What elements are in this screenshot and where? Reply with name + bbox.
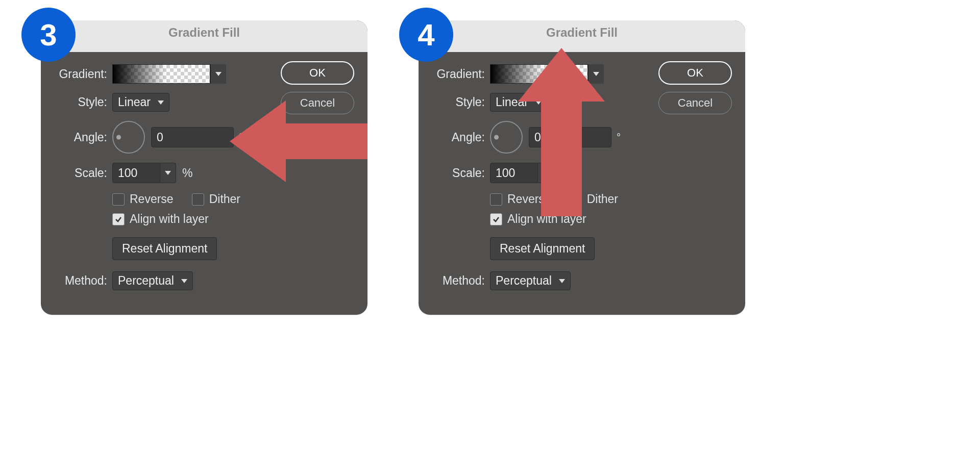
cancel-button[interactable]: Cancel <box>658 92 732 114</box>
reset-alignment-button[interactable]: Reset Alignment <box>490 237 595 260</box>
chevron-down-icon <box>215 72 222 76</box>
ok-button[interactable]: OK <box>281 61 354 85</box>
reverse-checkbox[interactable] <box>490 193 502 206</box>
annotation-arrow-left <box>230 100 368 182</box>
method-label: Method: <box>430 274 485 288</box>
dialog-title: Gradient Fill <box>41 20 368 52</box>
annotation-arrow-up <box>518 48 605 216</box>
method-value: Perceptual <box>118 274 174 288</box>
angle-label: Angle: <box>430 131 485 144</box>
style-label: Style: <box>430 95 485 109</box>
angle-dial[interactable] <box>112 121 145 154</box>
scale-dropdown[interactable] <box>160 163 176 183</box>
angle-input[interactable]: 0 <box>151 127 234 147</box>
gradient-label: Gradient: <box>430 67 485 81</box>
scale-label: Scale: <box>52 166 107 180</box>
style-value: Linear <box>118 95 151 109</box>
align-with-layer-checkbox[interactable] <box>112 213 125 225</box>
scale-label: Scale: <box>430 166 485 180</box>
step-badge: 3 <box>21 8 76 62</box>
chevron-down-icon <box>158 100 164 105</box>
dither-checkbox[interactable] <box>192 193 204 206</box>
method-value: Perceptual <box>496 274 552 288</box>
gradient-dropdown[interactable] <box>210 64 226 84</box>
scale-unit: % <box>182 166 192 180</box>
chevron-down-icon <box>559 279 565 283</box>
reverse-checkbox[interactable] <box>112 193 125 206</box>
style-label: Style: <box>52 95 107 109</box>
reset-alignment-button[interactable]: Reset Alignment <box>112 237 217 260</box>
method-select[interactable]: Perceptual <box>490 271 571 290</box>
align-with-layer-checkbox[interactable] <box>490 213 502 225</box>
gradient-fill-dialog: Gradient Fill OK Cancel Gradient: Style: <box>41 20 368 315</box>
gradient-swatch[interactable] <box>112 64 210 84</box>
gradient-label: Gradient: <box>52 67 107 81</box>
method-select[interactable]: Perceptual <box>112 271 193 290</box>
scale-input[interactable]: 100 <box>112 163 160 183</box>
step-badge: 4 <box>399 8 453 62</box>
dialog-title: Gradient Fill <box>419 20 745 52</box>
angle-label: Angle: <box>52 131 107 144</box>
style-select[interactable]: Linear <box>112 93 169 112</box>
align-with-layer-label: Align with layer <box>130 212 209 226</box>
dither-label: Dither <box>209 192 240 206</box>
dial-indicator-icon <box>494 135 499 140</box>
dial-indicator-icon <box>116 135 121 140</box>
gradient-fill-dialog: Gradient Fill OK Cancel Gradient: Style: <box>419 20 745 315</box>
ok-button[interactable]: OK <box>658 61 732 85</box>
degree-symbol: ° <box>617 132 621 143</box>
reverse-label: Reverse <box>130 192 174 206</box>
method-label: Method: <box>52 274 107 288</box>
chevron-down-icon <box>165 171 171 175</box>
chevron-down-icon <box>181 279 187 283</box>
